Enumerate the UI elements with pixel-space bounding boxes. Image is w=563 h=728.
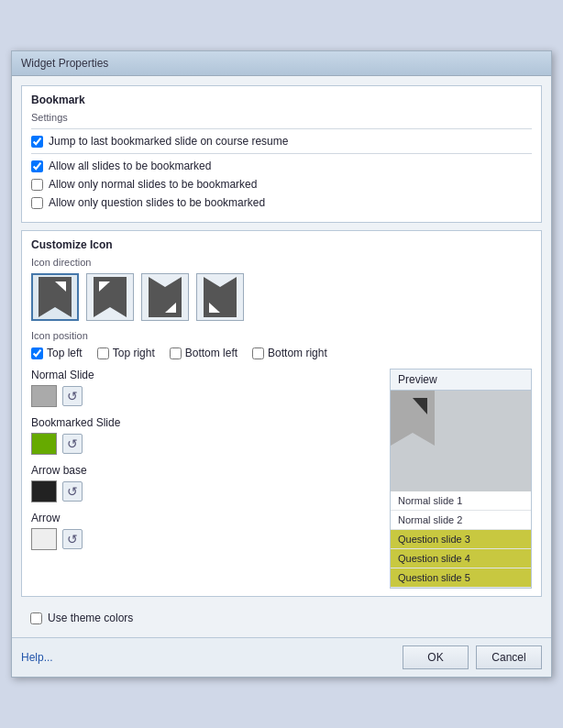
bookmark-bottomleft-svg	[149, 277, 182, 317]
position-bottomright: Bottom right	[252, 347, 327, 359]
preview-panel: Preview Normal slide 1 Normal slide 2 Qu…	[390, 369, 532, 589]
arrow-base-label: Arrow base	[31, 464, 382, 477]
arrow-label: Arrow	[31, 512, 382, 524]
bookmarked-slide-label: Bookmarked Slide	[31, 416, 382, 429]
bookmarked-slide-reset[interactable]: ↺	[62, 434, 83, 454]
icon-position-label: Icon position	[31, 330, 532, 341]
arrow-base-row: Arrow base ↺	[31, 464, 382, 502]
position-bottomleft-label: Bottom left	[185, 347, 237, 359]
slide-item: Question slide 3	[391, 530, 531, 549]
checkbox-jump-last-label: Jump to last bookmarked slide on course …	[49, 135, 288, 148]
icon-position-row: Top left Top right Bottom left Bottom ri…	[31, 347, 532, 359]
position-topleft-label: Top left	[47, 347, 83, 359]
arrow-row: Arrow ↺	[31, 512, 382, 550]
bookmark-shape-3	[149, 277, 182, 317]
preview-title: Preview	[391, 370, 531, 391]
footer-buttons: OK Cancel	[403, 645, 542, 669]
position-bottomright-label: Bottom right	[268, 347, 327, 359]
content-preview-row: Normal Slide ↺ Bookmarked Slide ↺	[31, 369, 532, 589]
icon-direction-topright[interactable]	[86, 273, 134, 321]
position-topright-label: Top right	[113, 347, 155, 359]
icon-direction-bottomleft[interactable]	[141, 273, 189, 321]
checkbox-question-only-label: Allow only question slides to be bookmar…	[49, 196, 265, 209]
arrow-base-reset[interactable]: ↺	[62, 481, 83, 502]
bookmarked-slide-row: Bookmarked Slide ↺	[31, 416, 382, 455]
checkbox-row-4: Allow only question slides to be bookmar…	[31, 196, 532, 209]
slide-list: Normal slide 1 Normal slide 2 Question s…	[391, 491, 531, 588]
checkbox-allow-all[interactable]	[31, 160, 43, 172]
customize-icon-section: Customize Icon Icon direction	[21, 230, 542, 597]
cancel-button[interactable]: Cancel	[476, 645, 542, 669]
bookmark-section: Bookmark Settings Jump to last bookmarke…	[21, 85, 542, 223]
slide-item: Question slide 5	[391, 568, 531, 588]
checkbox-allow-all-label: Allow all slides to be bookmarked	[49, 160, 211, 172]
arrow-base-controls: ↺	[31, 480, 382, 502]
preview-bookmark-body	[391, 391, 435, 446]
arrow-base-swatch[interactable]	[31, 480, 57, 502]
dialog-title-text: Widget Properties	[21, 57, 108, 70]
widget-properties-dialog: Widget Properties Bookmark Settings Jump…	[11, 50, 552, 678]
checkbox-row-2: Allow all slides to be bookmarked	[31, 160, 532, 172]
bookmark-section-title: Bookmark	[31, 94, 532, 106]
use-theme-row: Use theme colors	[21, 604, 542, 628]
use-theme-label: Use theme colors	[30, 612, 133, 624]
dialog-footer: Help... OK Cancel	[12, 637, 551, 677]
arrow-reset[interactable]: ↺	[62, 529, 83, 549]
bookmark-bottomright-svg	[204, 277, 237, 317]
help-link[interactable]: Help...	[21, 651, 53, 664]
normal-slide-reset[interactable]: ↺	[62, 386, 83, 406]
bookmark-topleft-svg	[39, 277, 72, 317]
position-topright-checkbox[interactable]	[97, 347, 109, 359]
preview-thumbnail	[391, 391, 531, 491]
position-bottomleft: Bottom left	[170, 347, 237, 359]
bookmark-shape-4	[204, 277, 237, 317]
arrow-swatch[interactable]	[31, 528, 57, 550]
normal-slide-label: Normal Slide	[31, 369, 382, 381]
position-topleft-checkbox[interactable]	[31, 347, 43, 359]
position-topright: Top right	[97, 347, 155, 359]
use-theme-checkbox[interactable]	[30, 612, 42, 624]
preview-bookmark-icon	[391, 391, 435, 446]
checkbox-jump-last[interactable]	[31, 136, 43, 148]
arrow-controls: ↺	[31, 528, 382, 550]
position-bottomleft-checkbox[interactable]	[170, 347, 182, 359]
slide-item: Normal slide 2	[391, 511, 531, 530]
slide-item: Normal slide 1	[391, 491, 531, 511]
dialog-body: Bookmark Settings Jump to last bookmarke…	[12, 76, 551, 637]
use-theme-text: Use theme colors	[48, 612, 133, 624]
checkbox-row-1: Jump to last bookmarked slide on course …	[31, 135, 532, 148]
checkbox-question-only[interactable]	[31, 197, 43, 209]
position-topleft: Top left	[31, 347, 83, 359]
icon-direction-label: Icon direction	[31, 257, 532, 268]
color-settings: Normal Slide ↺ Bookmarked Slide ↺	[31, 369, 382, 589]
bookmarked-slide-swatch[interactable]	[31, 433, 57, 455]
checkbox-normal-only-label: Allow only normal slides to be bookmarke…	[49, 178, 257, 191]
bookmark-shape	[39, 277, 72, 317]
customize-icon-title: Customize Icon	[31, 238, 532, 251]
bookmark-topright-svg	[94, 277, 127, 317]
checkbox-normal-only[interactable]	[31, 179, 43, 191]
dialog-title: Widget Properties	[12, 51, 551, 76]
position-bottomright-checkbox[interactable]	[252, 347, 264, 359]
checkbox-row-3: Allow only normal slides to be bookmarke…	[31, 178, 532, 191]
normal-slide-row: Normal Slide ↺	[31, 369, 382, 407]
icon-direction-bottomright[interactable]	[196, 273, 244, 321]
bookmarked-slide-controls: ↺	[31, 433, 382, 455]
settings-label: Settings	[31, 112, 532, 123]
slide-item: Question slide 4	[391, 549, 531, 568]
icon-direction-row	[31, 273, 532, 321]
icon-direction-topleft[interactable]	[31, 273, 79, 321]
ok-button[interactable]: OK	[403, 645, 469, 669]
bookmark-shape-2	[94, 277, 127, 317]
normal-slide-controls: ↺	[31, 385, 382, 407]
normal-slide-swatch[interactable]	[31, 385, 57, 407]
